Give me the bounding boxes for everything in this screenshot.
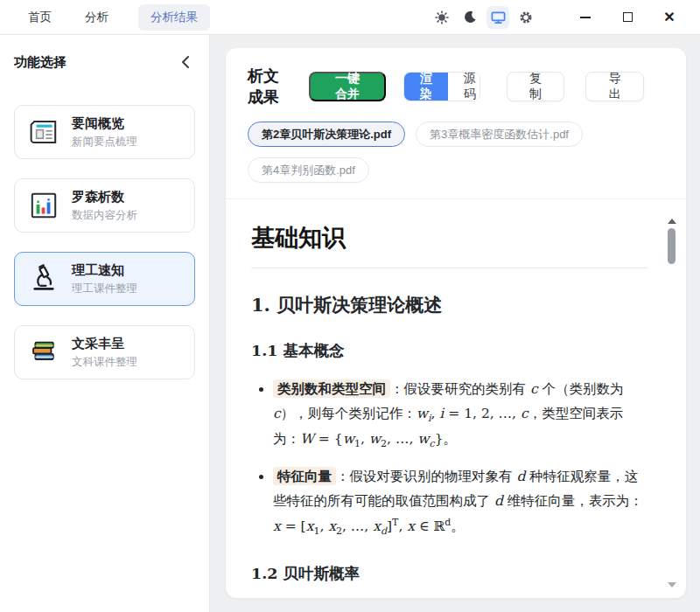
toggle-source[interactable]: 源码	[448, 73, 480, 101]
window-controls: ✕	[556, 6, 682, 29]
sidebar: 功能选择 要闻概览 新闻要点梳理	[0, 35, 210, 612]
monitor-icon[interactable]	[486, 6, 509, 29]
scrollbar-thumb[interactable]	[668, 228, 676, 264]
scrollbar[interactable]	[667, 219, 677, 589]
doc-list: 类别数和类型空间：假设要研究的类别有 c 个（类别数为 c），则每个类别记作：w…	[251, 377, 648, 540]
close-icon[interactable]: ✕	[656, 6, 682, 29]
doc-section: 1. 贝叶斯决策理论概述	[251, 293, 648, 317]
export-button[interactable]: 导出	[585, 72, 644, 101]
sidebar-item-title: 要闻概览	[72, 115, 137, 132]
tab-home[interactable]: 首页	[24, 4, 55, 31]
nav-tabs: 首页 分析 分析结果	[0, 4, 210, 31]
file-chip[interactable]: 第4章判别函数.pdf	[248, 157, 369, 183]
tab-analysis-results[interactable]: 分析结果	[138, 4, 210, 31]
sidebar-item-subtitle: 文科课件整理	[72, 355, 137, 370]
file-chips: 第2章贝叶斯决策理论.pdf 第3章概率密度函数估计.pdf 第4章判别函数.p…	[226, 108, 681, 198]
sidebar-item-title: 理工速知	[72, 262, 137, 279]
sidebar-item-subtitle: 理工课件整理	[72, 282, 137, 296]
sidebar-item-title: 罗森析数	[72, 189, 137, 205]
books-icon	[28, 337, 60, 367]
app-window: 首页 分析 分析结果	[0, 0, 700, 612]
results-header: 析文成果 一键合并 渲染 源码 复制 导出	[226, 48, 686, 108]
sun-icon[interactable]	[430, 6, 453, 29]
list-item: 类别数和类型空间：假设要研究的类别有 c 个（类别数为 c），则每个类别记作：w…	[273, 377, 648, 453]
list-item: 特征向量：假设对要识别的物理对象有 d 种特征观察量，这些特征的所有可能的取值范…	[273, 464, 648, 540]
doc-subsection: 1.2 贝叶斯概率	[251, 563, 648, 584]
sidebar-header: 功能选择	[14, 52, 195, 72]
file-chip[interactable]: 第3章概率密度函数估计.pdf	[416, 122, 583, 147]
bar-chart-icon	[28, 191, 60, 220]
toggle-render[interactable]: 渲染	[404, 73, 448, 101]
main-content: 析文成果 一键合并 渲染 源码 复制 导出 第2章贝叶斯决策理论.pdf 第3章…	[210, 35, 700, 612]
newspaper-icon	[28, 117, 60, 147]
highlighted-term: 特征向量	[273, 467, 336, 485]
document-view[interactable]: 基础知识 1. 贝叶斯决策理论概述 1.1 基本概念 类别数和类型空间：假设要研…	[226, 199, 686, 598]
titlebar: 首页 分析 分析结果	[0, 0, 700, 35]
file-chip[interactable]: 第2章贝叶斯决策理论.pdf	[248, 122, 405, 147]
merge-button[interactable]: 一键合并	[309, 72, 386, 101]
scroll-up-icon[interactable]	[668, 219, 676, 224]
view-toggle: 渲染 源码	[403, 72, 480, 101]
tab-analysis[interactable]: 分析	[81, 4, 112, 31]
copy-button[interactable]: 复制	[507, 72, 565, 101]
sidebar-title: 功能选择	[14, 54, 66, 71]
moon-icon[interactable]	[458, 6, 481, 29]
sidebar-item-data-analysis[interactable]: 罗森析数 数据内容分析	[14, 178, 195, 233]
sidebar-item-liberal-arts[interactable]: 文采丰呈 文科课件整理	[14, 325, 195, 379]
results-card: 析文成果 一键合并 渲染 源码 复制 导出 第2章贝叶斯决策理论.pdf 第3章…	[226, 48, 686, 598]
sidebar-item-subtitle: 新闻要点梳理	[72, 135, 137, 150]
doc-title: 基础知识	[251, 222, 648, 268]
page-title: 析文成果	[248, 66, 290, 108]
sidebar-item-stem-notes[interactable]: 理工速知 理工课件整理	[14, 252, 195, 306]
sidebar-item-news-overview[interactable]: 要闻概览 新闻要点梳理	[14, 105, 195, 159]
microscope-icon	[28, 264, 60, 294]
maximize-icon[interactable]	[614, 6, 640, 29]
titlebar-right: ✕	[425, 6, 700, 29]
chevron-left-icon[interactable]	[176, 52, 195, 72]
doc-subsection: 1.1 基本概念	[251, 340, 648, 361]
sidebar-item-subtitle: 数据内容分析	[72, 208, 137, 223]
gear-icon[interactable]	[514, 6, 537, 29]
sidebar-item-title: 文采丰呈	[72, 336, 137, 352]
highlighted-term: 类别数和类型空间	[273, 379, 390, 398]
scroll-down-icon[interactable]	[668, 582, 676, 588]
minimize-icon[interactable]	[572, 6, 598, 29]
